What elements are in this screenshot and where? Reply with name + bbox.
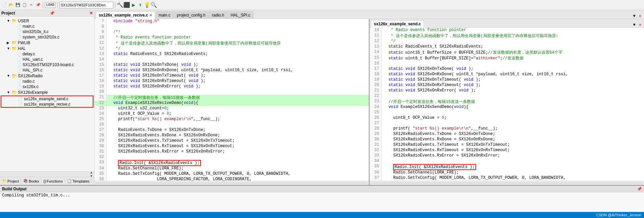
line-num: 8 (94, 24, 106, 30)
tree-item-sx126x-board[interactable]: + 📄 SX126xSTM32F103-board.c (0, 62, 94, 67)
load-icon[interactable]: LOAD (45, 2, 56, 8)
expand-sx126xradio[interactable]: ▼ (7, 74, 11, 78)
bottom-panel-pin[interactable]: 📌 (637, 187, 642, 191)
left-panel-title: Project (1, 11, 15, 16)
code-row: 17 static void SX126xOnTxTimeout( void )… (94, 73, 369, 79)
right-close-icon[interactable]: ✕ (638, 22, 643, 27)
line-num: 28 (370, 126, 381, 132)
code-line: RadioEvents.TxDone = SX126xOnTxDone; (106, 128, 369, 133)
tab-send-c[interactable]: sx126x_example_send.c (371, 20, 424, 28)
expand-hal[interactable]: ▼ (7, 47, 11, 50)
tab-project-config[interactable]: project_config.h (174, 11, 208, 19)
line-num: 14 (94, 57, 106, 62)
code-row: 23 //开启一个定时发送任务，每隔1S发送一条数据 (370, 99, 644, 105)
expand: + (12, 63, 17, 67)
line-num: 22 (94, 101, 106, 106)
tree-item-system[interactable]: + 📄 system_stm32f10x.c (0, 34, 94, 40)
tree-label-delay: delay.c (23, 52, 35, 56)
line-num: 23 (370, 99, 381, 105)
toolbar-icon-6[interactable]: 📌 (35, 2, 41, 8)
tree-item-recive-c[interactable]: + 📄 sx126x_example_recive.c (1, 102, 93, 107)
code-row: 13 static RadioEvents_t SX126xRadioEvent… (370, 44, 644, 50)
tab-list-icon[interactable]: ▼ (632, 14, 637, 19)
hscroll-right[interactable] (370, 181, 644, 185)
tree-item-radio-c[interactable]: + 📄 radio.c (0, 79, 94, 84)
tree-item-send-c[interactable]: + 📄 sx126x_example_send.c (1, 96, 93, 102)
code-area-right[interactable]: 10 * Radio events function pointer 11 * … (370, 28, 644, 181)
code-row: 21 //开启一个定时接收任务，每隔1S接收一条数据 (94, 95, 369, 101)
line-num: 32 (370, 148, 381, 153)
tab-functions[interactable]: {} Functions (41, 179, 65, 184)
line-num: 16 (94, 68, 106, 73)
code-row: 34 Radio.SetChannel(LORA_FRE); (94, 166, 369, 171)
code-line: static void SX126xOnTxDone( void ); (381, 66, 644, 72)
expand: + (12, 85, 17, 89)
tree-item-delay[interactable]: + 📄 delay.c (0, 51, 94, 57)
right-dropdown-icon[interactable]: ▼ (632, 23, 637, 27)
tree-item-main-c[interactable]: + 📄 main.c (0, 24, 94, 29)
scroll-up[interactable]: ▲ (91, 171, 92, 174)
tab-close-all-icon[interactable]: ✕ (638, 13, 643, 19)
code-row: 13 static RadioEvents_t SX126xRadioEvent… (94, 52, 369, 57)
toolbar-icon-9[interactable]: ▶ (130, 2, 137, 8)
line-num: 26 (94, 122, 106, 128)
code-area-left[interactable]: 7 #include "string.h" 8 9 /*! (94, 19, 369, 181)
tree-item-hal[interactable]: ▼ 📁 HAL (0, 46, 94, 51)
tree-label-sx126x-board: SX126xSTM32F103-board.c (23, 62, 74, 67)
line-num: 27 (370, 121, 381, 126)
device-input[interactable]: SX126xSTM32F103C8Den (59, 2, 113, 8)
code-line: SX126xRadioEvents.TxTimeout = SX126xOnTx… (106, 138, 369, 144)
tab-radio-h[interactable]: radio.h (209, 11, 227, 19)
file-icon: 📄 (17, 85, 22, 89)
tree-scroll-bar[interactable]: ▲ ▼ (0, 171, 94, 177)
tab-recive[interactable]: sx126x_example_recive.c ✕ (96, 11, 155, 19)
tree-item-user[interactable]: ▼ 📁 USER (0, 18, 94, 24)
code-line: SX126xRadioEvents.RxTimeout = SX126xOnRx… (381, 148, 644, 153)
tree-item-hal-spi[interactable]: + 📄 HAL_SPI.c (0, 67, 94, 73)
toolbar-icon-12[interactable]: 🔍 (151, 2, 157, 8)
bottom-panel-header: Build Output 📌 (0, 186, 644, 192)
line-num: 11 (370, 33, 381, 39)
save-icon[interactable]: 💾 (15, 2, 21, 8)
tree-item-stm32[interactable]: + 📄 stm32f10x_it.c (0, 29, 94, 34)
tree-item-sx126xexample[interactable]: ▼ 📁 SX126xExample (0, 89, 94, 95)
toolbar-icon-11[interactable]: 💡 (144, 2, 150, 8)
tab-templates[interactable]: 📋 Templates (65, 178, 92, 184)
open-icon[interactable]: 📂 (8, 2, 14, 8)
left-panel-close[interactable]: ✕ (89, 11, 93, 16)
tree-item-sx126xradio[interactable]: ▼ 📁 SX126xRadio (0, 73, 94, 79)
toolbar-icon-7[interactable]: 🔨 (117, 2, 123, 8)
expand-user[interactable]: ▼ (7, 19, 11, 23)
code-line: void ExampleSX126xReciveDemo(void){ (106, 101, 369, 106)
line-num: 34 (94, 166, 106, 171)
expand-fwlib[interactable]: ▶ (7, 41, 11, 45)
tab-recive-close[interactable]: ✕ (149, 13, 152, 17)
tab-books[interactable]: 📚 Books (21, 178, 41, 184)
code-line: SX126xRadioEvents.TxDone = SX126xOnTxDon… (381, 132, 644, 137)
tab-hal-spi[interactable]: HAL_SPI.c (228, 11, 254, 19)
scroll-controls[interactable]: ▲ ▼ (89, 172, 94, 177)
file-icon: 📄 (18, 102, 23, 107)
left-panel: Project 📌 ✕ ▼ 📁 USER + 📄 main.c (0, 10, 94, 185)
tab-main[interactable]: main.c (155, 11, 173, 19)
left-panel-pin[interactable]: 📌 (50, 11, 55, 16)
toolbar-icon-5[interactable]: ✂️ (28, 2, 34, 8)
new-icon[interactable]: 📄 (1, 2, 7, 8)
code-line (106, 155, 369, 160)
bottom-panel: Build Output 📌 Compiling stm32f10x_tim.c… (0, 185, 644, 212)
tab-project[interactable]: 📁 Project (0, 178, 21, 184)
line-num: 35 (370, 164, 381, 170)
code-row: 30 SX126xRadioEvents.RxTimeout = SX126xO… (94, 144, 369, 149)
tree-item-hal-uart[interactable]: + 📄 HAL_uart.c (0, 57, 94, 62)
functions-tab-icon: {} (43, 179, 46, 183)
toolbar-icon-10[interactable]: ⬆ (137, 2, 143, 8)
toolbar-icon-8[interactable]: ⬛ (124, 2, 130, 8)
tree-item-fwlib[interactable]: ▶ 📁 FWLIB (0, 40, 94, 46)
hscroll-left[interactable] (94, 181, 369, 185)
code-row: 24 void ExampleSX126xSendDemo(void){ (370, 105, 644, 110)
code-line: static void SX126xOnTxDone( void ); (106, 62, 369, 68)
tree-item-sx126x-c[interactable]: + 📄 sx126x.c (0, 84, 94, 89)
toolbar-icon-4[interactable]: 📋 (22, 2, 28, 8)
line-num: 30 (370, 137, 381, 142)
expand-sx126xexample[interactable]: ▼ (7, 90, 11, 94)
